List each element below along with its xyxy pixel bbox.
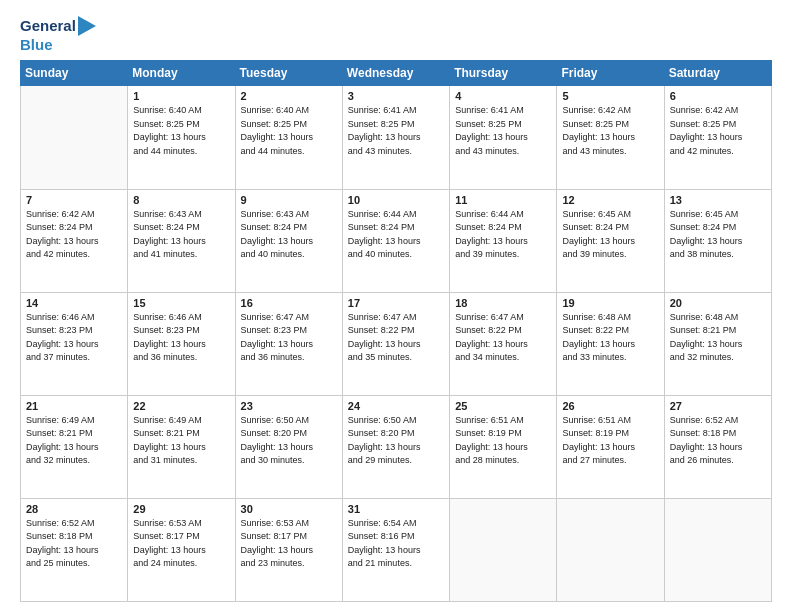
calendar-cell: 20Sunrise: 6:48 AM Sunset: 8:21 PM Dayli…: [664, 292, 771, 395]
calendar-cell: 2Sunrise: 6:40 AM Sunset: 8:25 PM Daylig…: [235, 86, 342, 189]
day-info: Sunrise: 6:51 AM Sunset: 8:19 PM Dayligh…: [562, 414, 658, 468]
calendar-cell: 7Sunrise: 6:42 AM Sunset: 8:24 PM Daylig…: [21, 189, 128, 292]
day-info: Sunrise: 6:41 AM Sunset: 8:25 PM Dayligh…: [348, 104, 444, 158]
day-info: Sunrise: 6:46 AM Sunset: 8:23 PM Dayligh…: [26, 311, 122, 365]
day-number: 1: [133, 90, 229, 102]
day-number: 18: [455, 297, 551, 309]
day-number: 6: [670, 90, 766, 102]
logo: General Blue: [20, 16, 96, 54]
calendar-cell: [21, 86, 128, 189]
day-info: Sunrise: 6:43 AM Sunset: 8:24 PM Dayligh…: [241, 208, 337, 262]
day-info: Sunrise: 6:50 AM Sunset: 8:20 PM Dayligh…: [348, 414, 444, 468]
day-number: 12: [562, 194, 658, 206]
day-number: 20: [670, 297, 766, 309]
day-info: Sunrise: 6:47 AM Sunset: 8:23 PM Dayligh…: [241, 311, 337, 365]
day-info: Sunrise: 6:44 AM Sunset: 8:24 PM Dayligh…: [455, 208, 551, 262]
weekday-header-friday: Friday: [557, 61, 664, 86]
calendar-cell: 26Sunrise: 6:51 AM Sunset: 8:19 PM Dayli…: [557, 395, 664, 498]
logo-text: General Blue: [20, 16, 96, 54]
day-number: 16: [241, 297, 337, 309]
svg-marker-0: [78, 16, 96, 36]
calendar-cell: 29Sunrise: 6:53 AM Sunset: 8:17 PM Dayli…: [128, 498, 235, 601]
calendar-cell: 12Sunrise: 6:45 AM Sunset: 8:24 PM Dayli…: [557, 189, 664, 292]
day-info: Sunrise: 6:52 AM Sunset: 8:18 PM Dayligh…: [26, 517, 122, 571]
day-number: 4: [455, 90, 551, 102]
calendar-cell: 19Sunrise: 6:48 AM Sunset: 8:22 PM Dayli…: [557, 292, 664, 395]
page: General Blue SundayMondayTuesdayWednesda…: [0, 0, 792, 612]
weekday-header-row: SundayMondayTuesdayWednesdayThursdayFrid…: [21, 61, 772, 86]
calendar-cell: 21Sunrise: 6:49 AM Sunset: 8:21 PM Dayli…: [21, 395, 128, 498]
day-number: 21: [26, 400, 122, 412]
calendar-cell: 18Sunrise: 6:47 AM Sunset: 8:22 PM Dayli…: [450, 292, 557, 395]
day-info: Sunrise: 6:53 AM Sunset: 8:17 PM Dayligh…: [241, 517, 337, 571]
calendar-cell: 10Sunrise: 6:44 AM Sunset: 8:24 PM Dayli…: [342, 189, 449, 292]
day-info: Sunrise: 6:47 AM Sunset: 8:22 PM Dayligh…: [348, 311, 444, 365]
day-info: Sunrise: 6:42 AM Sunset: 8:25 PM Dayligh…: [670, 104, 766, 158]
day-number: 2: [241, 90, 337, 102]
day-number: 13: [670, 194, 766, 206]
calendar-cell: 23Sunrise: 6:50 AM Sunset: 8:20 PM Dayli…: [235, 395, 342, 498]
day-number: 25: [455, 400, 551, 412]
calendar-cell: 6Sunrise: 6:42 AM Sunset: 8:25 PM Daylig…: [664, 86, 771, 189]
day-number: 3: [348, 90, 444, 102]
week-row-1: 1Sunrise: 6:40 AM Sunset: 8:25 PM Daylig…: [21, 86, 772, 189]
calendar-cell: 27Sunrise: 6:52 AM Sunset: 8:18 PM Dayli…: [664, 395, 771, 498]
calendar-cell: 16Sunrise: 6:47 AM Sunset: 8:23 PM Dayli…: [235, 292, 342, 395]
day-number: 31: [348, 503, 444, 515]
day-info: Sunrise: 6:49 AM Sunset: 8:21 PM Dayligh…: [26, 414, 122, 468]
day-number: 30: [241, 503, 337, 515]
day-info: Sunrise: 6:45 AM Sunset: 8:24 PM Dayligh…: [670, 208, 766, 262]
week-row-3: 14Sunrise: 6:46 AM Sunset: 8:23 PM Dayli…: [21, 292, 772, 395]
week-row-5: 28Sunrise: 6:52 AM Sunset: 8:18 PM Dayli…: [21, 498, 772, 601]
calendar-cell: [664, 498, 771, 601]
calendar: SundayMondayTuesdayWednesdayThursdayFrid…: [20, 60, 772, 602]
day-number: 24: [348, 400, 444, 412]
weekday-header-thursday: Thursday: [450, 61, 557, 86]
day-number: 5: [562, 90, 658, 102]
day-number: 26: [562, 400, 658, 412]
calendar-cell: 9Sunrise: 6:43 AM Sunset: 8:24 PM Daylig…: [235, 189, 342, 292]
day-info: Sunrise: 6:42 AM Sunset: 8:24 PM Dayligh…: [26, 208, 122, 262]
day-number: 9: [241, 194, 337, 206]
calendar-cell: 24Sunrise: 6:50 AM Sunset: 8:20 PM Dayli…: [342, 395, 449, 498]
weekday-header-sunday: Sunday: [21, 61, 128, 86]
calendar-cell: 11Sunrise: 6:44 AM Sunset: 8:24 PM Dayli…: [450, 189, 557, 292]
calendar-cell: [557, 498, 664, 601]
day-number: 29: [133, 503, 229, 515]
calendar-cell: 30Sunrise: 6:53 AM Sunset: 8:17 PM Dayli…: [235, 498, 342, 601]
calendar-cell: 5Sunrise: 6:42 AM Sunset: 8:25 PM Daylig…: [557, 86, 664, 189]
calendar-cell: 3Sunrise: 6:41 AM Sunset: 8:25 PM Daylig…: [342, 86, 449, 189]
calendar-cell: 25Sunrise: 6:51 AM Sunset: 8:19 PM Dayli…: [450, 395, 557, 498]
calendar-cell: 14Sunrise: 6:46 AM Sunset: 8:23 PM Dayli…: [21, 292, 128, 395]
day-number: 14: [26, 297, 122, 309]
calendar-cell: 17Sunrise: 6:47 AM Sunset: 8:22 PM Dayli…: [342, 292, 449, 395]
day-number: 17: [348, 297, 444, 309]
day-number: 22: [133, 400, 229, 412]
logo-arrow-icon: [78, 16, 96, 36]
calendar-cell: 28Sunrise: 6:52 AM Sunset: 8:18 PM Dayli…: [21, 498, 128, 601]
day-number: 7: [26, 194, 122, 206]
calendar-cell: 4Sunrise: 6:41 AM Sunset: 8:25 PM Daylig…: [450, 86, 557, 189]
day-number: 15: [133, 297, 229, 309]
day-number: 27: [670, 400, 766, 412]
calendar-cell: 13Sunrise: 6:45 AM Sunset: 8:24 PM Dayli…: [664, 189, 771, 292]
week-row-2: 7Sunrise: 6:42 AM Sunset: 8:24 PM Daylig…: [21, 189, 772, 292]
day-info: Sunrise: 6:49 AM Sunset: 8:21 PM Dayligh…: [133, 414, 229, 468]
week-row-4: 21Sunrise: 6:49 AM Sunset: 8:21 PM Dayli…: [21, 395, 772, 498]
day-info: Sunrise: 6:44 AM Sunset: 8:24 PM Dayligh…: [348, 208, 444, 262]
day-info: Sunrise: 6:45 AM Sunset: 8:24 PM Dayligh…: [562, 208, 658, 262]
weekday-header-saturday: Saturday: [664, 61, 771, 86]
calendar-cell: 22Sunrise: 6:49 AM Sunset: 8:21 PM Dayli…: [128, 395, 235, 498]
calendar-cell: 8Sunrise: 6:43 AM Sunset: 8:24 PM Daylig…: [128, 189, 235, 292]
header: General Blue: [20, 16, 772, 54]
day-info: Sunrise: 6:47 AM Sunset: 8:22 PM Dayligh…: [455, 311, 551, 365]
day-number: 19: [562, 297, 658, 309]
day-info: Sunrise: 6:40 AM Sunset: 8:25 PM Dayligh…: [241, 104, 337, 158]
day-info: Sunrise: 6:48 AM Sunset: 8:22 PM Dayligh…: [562, 311, 658, 365]
day-info: Sunrise: 6:41 AM Sunset: 8:25 PM Dayligh…: [455, 104, 551, 158]
day-info: Sunrise: 6:43 AM Sunset: 8:24 PM Dayligh…: [133, 208, 229, 262]
day-info: Sunrise: 6:48 AM Sunset: 8:21 PM Dayligh…: [670, 311, 766, 365]
calendar-cell: 1Sunrise: 6:40 AM Sunset: 8:25 PM Daylig…: [128, 86, 235, 189]
day-info: Sunrise: 6:53 AM Sunset: 8:17 PM Dayligh…: [133, 517, 229, 571]
day-number: 10: [348, 194, 444, 206]
